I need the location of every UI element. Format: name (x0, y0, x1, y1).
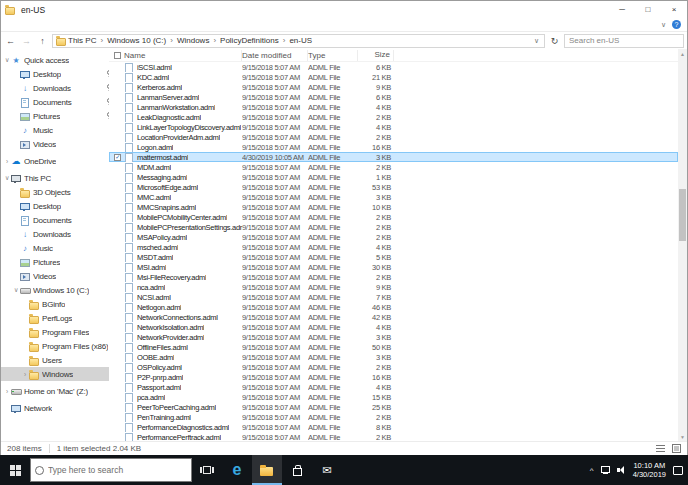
file-row[interactable]: LanmanWorkstation.adml 9/15/2018 5:07 AM… (109, 102, 678, 112)
file-row[interactable]: KDC.adml 9/15/2018 5:07 AM ADML File 21 … (109, 72, 678, 82)
sidebar-item[interactable]: Program Files (1, 325, 109, 339)
maximize-button[interactable]: □ (635, 1, 661, 18)
forward-button[interactable]: → (20, 36, 33, 46)
volume-icon[interactable] (617, 466, 626, 474)
sidebar-item[interactable]: Program Files (x86) (1, 339, 109, 353)
file-row[interactable]: pca.adml 9/15/2018 5:07 AM ADML File 15 … (109, 392, 678, 402)
breadcrumb-item[interactable]: This PC (66, 36, 98, 45)
column-header-size[interactable]: Size (358, 50, 394, 61)
file-row[interactable]: MDM.adml 9/15/2018 5:07 AM ADML File 2 K… (109, 162, 678, 172)
details-view-button[interactable] (656, 444, 665, 453)
file-row[interactable]: P2P-pnrp.adml 9/15/2018 5:07 AM ADML Fil… (109, 372, 678, 382)
expand-ribbon-icon[interactable]: ∨ (661, 21, 666, 29)
menu-tab[interactable] (49, 18, 65, 31)
file-row[interactable]: MicrosoftEdge.adml 9/15/2018 5:07 AM ADM… (109, 182, 678, 192)
taskbar-clock[interactable]: 10:10 AM 4/30/2019 (633, 461, 666, 479)
breadcrumb-item[interactable]: en-US (287, 36, 314, 45)
address-bar[interactable]: This PC Windows 10 (C:) Windows PolicyDe… (52, 34, 545, 48)
action-center-icon[interactable] (673, 466, 683, 475)
sidebar-item[interactable]: › Windows (1, 367, 109, 381)
breadcrumb-separator-icon[interactable] (98, 36, 105, 45)
file-row[interactable]: nca.adml 9/15/2018 5:07 AM ADML File 9 K… (109, 282, 678, 292)
sidebar-item[interactable]: › OneDrive (1, 154, 109, 168)
sidebar-item[interactable]: 3D Objects (1, 185, 109, 199)
sidebar-item[interactable]: Desktop (1, 199, 109, 213)
file-row[interactable]: MSDT.adml 9/15/2018 5:07 AM ADML File 5 … (109, 252, 678, 262)
row-checkbox[interactable] (114, 154, 121, 161)
file-row[interactable]: NetworkProvider.adml 9/15/2018 5:07 AM A… (109, 332, 678, 342)
tree-chevron-icon[interactable]: ∨ (3, 56, 11, 64)
column-header-type[interactable]: Type (308, 50, 358, 61)
minimize-button[interactable]: ─ (609, 1, 635, 18)
file-row[interactable]: msched.adml 9/15/2018 5:07 AM ADML File … (109, 242, 678, 252)
sidebar-item[interactable]: Users (1, 353, 109, 367)
menu-tab[interactable] (17, 18, 33, 31)
file-row[interactable]: iSCSI.adml 9/15/2018 5:07 AM ADML File 6… (109, 62, 678, 72)
sidebar-item[interactable]: Downloads (1, 81, 109, 95)
file-row[interactable]: NCSI.adml 9/15/2018 5:07 AM ADML File 7 … (109, 292, 678, 302)
sidebar-item[interactable]: Music (1, 241, 109, 255)
edge-button[interactable]: e (222, 455, 252, 485)
vertical-scrollbar[interactable]: ▲ ▼ (678, 49, 687, 441)
menu-tab[interactable] (33, 18, 49, 31)
back-button[interactable]: ← (4, 36, 17, 46)
file-row[interactable]: LeakDiagnostic.adml 9/15/2018 5:07 AM AD… (109, 112, 678, 122)
start-button[interactable] (0, 455, 30, 485)
breadcrumb-item[interactable]: Windows 10 (C:) (105, 36, 168, 45)
file-row[interactable]: Passport.adml 9/15/2018 5:07 AM ADML Fil… (109, 382, 678, 392)
scrollbar-thumb[interactable] (679, 189, 686, 241)
sidebar-item[interactable]: Desktop (1, 67, 109, 81)
file-row[interactable]: PeerToPeerCaching.adml 9/15/2018 5:07 AM… (109, 402, 678, 412)
file-row[interactable]: PenTraining.adml 9/15/2018 5:07 AM ADML … (109, 412, 678, 422)
file-row[interactable]: PerformanceDiagnostics.adml 9/15/2018 5:… (109, 422, 678, 432)
breadcrumb-separator-icon[interactable] (168, 36, 175, 45)
scroll-up-arrow-icon[interactable]: ▲ (678, 49, 687, 58)
taskbar-search-input[interactable] (48, 465, 187, 475)
file-row[interactable]: OOBE.adml 9/15/2018 5:07 AM ADML File 3 … (109, 352, 678, 362)
file-row[interactable]: OSPolicy.adml 9/15/2018 5:07 AM ADML Fil… (109, 362, 678, 372)
breadcrumb-separator-icon[interactable] (281, 36, 288, 45)
sidebar-item[interactable]: BGinfo (1, 297, 109, 311)
breadcrumb-item[interactable]: PolicyDefinitions (218, 36, 281, 45)
tree-chevron-icon[interactable]: ∨ (3, 174, 11, 182)
file-row[interactable]: LanmanServer.adml 9/15/2018 5:07 AM ADML… (109, 92, 678, 102)
sidebar-item[interactable]: ∨ Quick access (1, 53, 109, 67)
sidebar-item[interactable]: Pictures (1, 109, 109, 123)
sidebar-item[interactable]: PerfLogs (1, 311, 109, 325)
file-row[interactable]: MobilePCMobilityCenter.adml 9/15/2018 5:… (109, 212, 678, 222)
tree-chevron-icon[interactable]: › (3, 388, 11, 395)
file-row[interactable]: Messaging.adml 9/15/2018 5:07 AM ADML Fi… (109, 172, 678, 182)
file-row[interactable]: Netlogon.adml 9/15/2018 5:07 AM ADML Fil… (109, 302, 678, 312)
mail-button[interactable]: ✉ (312, 455, 342, 485)
file-row[interactable]: OfflineFiles.adml 9/15/2018 5:07 AM ADML… (109, 342, 678, 352)
file-row[interactable]: MobilePCPresentationSettings.adml 9/15/2… (109, 222, 678, 232)
file-row[interactable]: Kerberos.adml 9/15/2018 5:07 AM ADML Fil… (109, 82, 678, 92)
file-row[interactable]: mattermost.adml 4/30/2019 10:05 AM ADML … (109, 152, 678, 162)
sidebar-item[interactable]: Videos (1, 137, 109, 151)
sidebar-item[interactable]: Documents (1, 95, 109, 109)
large-icons-view-button[interactable] (672, 444, 681, 453)
menu-tab[interactable] (1, 18, 17, 31)
help-icon[interactable]: ? (672, 20, 681, 29)
breadcrumb-item[interactable]: Windows (175, 36, 211, 45)
sidebar-item[interactable]: Documents (1, 213, 109, 227)
sidebar-item[interactable]: Videos (1, 269, 109, 283)
sidebar-item[interactable]: Downloads (1, 227, 109, 241)
file-row[interactable]: NetworkConnections.adml 9/15/2018 5:07 A… (109, 312, 678, 322)
file-row[interactable]: LocationProviderAdm.adml 9/15/2018 5:07 … (109, 132, 678, 142)
store-button[interactable] (282, 455, 312, 485)
taskbar-search[interactable] (30, 458, 192, 482)
sidebar-item[interactable]: Music (1, 123, 109, 137)
tray-expand-icon[interactable]: ^ (590, 466, 594, 475)
refresh-icon[interactable]: ↻ (548, 36, 561, 46)
file-explorer-button[interactable] (252, 455, 282, 485)
column-header-date-modified[interactable]: Date modified (242, 50, 308, 61)
file-row[interactable]: LinkLayerTopologyDiscovery.adml 9/15/201… (109, 122, 678, 132)
file-row[interactable]: MSAPolicy.adml 9/15/2018 5:07 AM ADML Fi… (109, 232, 678, 242)
search-input[interactable] (564, 34, 684, 48)
sidebar-item[interactable]: ∨ Windows 10 (C:) (1, 283, 109, 297)
file-row[interactable]: Msi-FileRecovery.adml 9/15/2018 5:07 AM … (109, 272, 678, 282)
close-button[interactable]: × (661, 1, 687, 18)
sidebar-item[interactable]: › Home on 'Mac' (Z:) (1, 384, 109, 398)
file-row[interactable]: PerformancePerftrack.adml 9/15/2018 5:07… (109, 432, 678, 441)
